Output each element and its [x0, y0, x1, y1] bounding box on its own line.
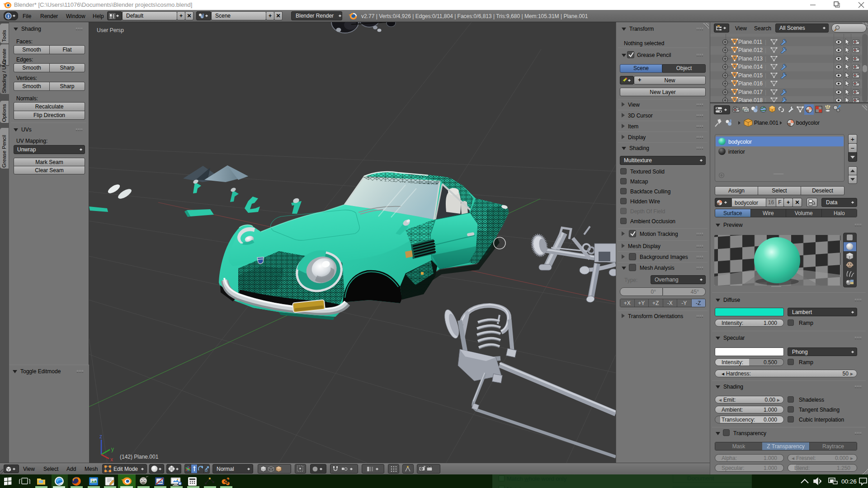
svg-text:(142) Plane.001: (142) Plane.001: [120, 454, 159, 460]
svg-text:x: x: [110, 456, 113, 463]
svg-text:i: i: [8, 14, 9, 19]
svg-text:Plane.014: Plane.014: [738, 64, 763, 70]
svg-text:Plane.013: Plane.013: [738, 56, 763, 62]
svg-text:Plane.011: Plane.011: [738, 39, 762, 45]
svg-text:User Persp: User Persp: [97, 27, 124, 33]
svg-text:00:26: 00:26: [841, 478, 857, 485]
svg-text:Plane.017: Plane.017: [738, 89, 763, 95]
svg-text:z: z: [99, 433, 102, 440]
svg-text:y: y: [111, 446, 114, 452]
svg-text:Plane.012: Plane.012: [738, 47, 763, 53]
svg-text:Plane.016: Plane.016: [738, 80, 763, 87]
svg-text:Plane.018: Plane.018: [738, 97, 763, 102]
svg-text:Plane.015: Plane.015: [738, 72, 763, 79]
